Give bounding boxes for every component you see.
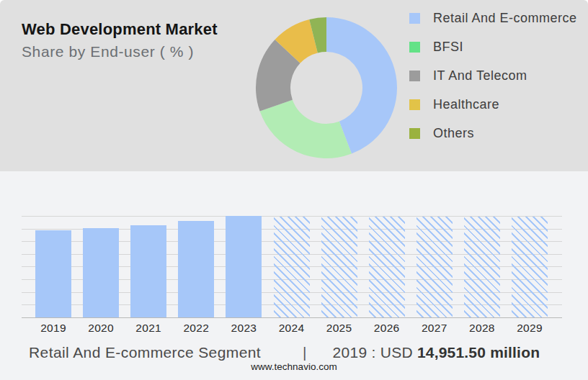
bar-2020 <box>83 228 119 317</box>
footer-separator: | <box>303 344 306 361</box>
x-tick-label-2028: 2028 <box>469 322 495 335</box>
value-bold: 14,951.50 million <box>417 344 540 361</box>
legend-item-retail-and-e-commerce: Retail And E-commerce <box>409 4 577 32</box>
legend-swatch-icon <box>409 42 420 53</box>
x-tick-label-2024: 2024 <box>279 322 305 335</box>
header-panel: Web Development Market Share by End-user… <box>0 0 588 171</box>
legend-item-bfsi: BFSI <box>409 32 577 61</box>
legend-label: Healthcare <box>433 97 499 112</box>
legend-label: Others <box>433 126 474 141</box>
legend: Retail And E-commerceBFSIIT And TelecomH… <box>409 4 577 148</box>
legend-label: IT And Telecom <box>433 68 527 83</box>
technavio-chart-page: Web Development Market Share by End-user… <box>0 0 588 380</box>
bar-2025-forecast <box>321 217 357 317</box>
x-tick-label-2025: 2025 <box>326 322 352 335</box>
x-tick-label-2020: 2020 <box>88 322 114 335</box>
bar-2026-forecast <box>369 217 405 317</box>
segment-label: Retail And E-commerce Segment <box>29 344 261 361</box>
bar-2023 <box>226 216 262 317</box>
legend-label: BFSI <box>433 40 463 55</box>
bar-2029-forecast <box>512 217 548 317</box>
page-subtitle: Share by End-user ( % ) <box>22 43 194 60</box>
donut-chart <box>256 17 397 158</box>
bar-2019 <box>35 230 71 317</box>
legend-swatch-icon <box>409 71 420 81</box>
legend-swatch-icon <box>409 13 420 24</box>
bar-2021 <box>130 225 166 317</box>
value-prefix: 2019 : USD <box>332 344 413 361</box>
value-callout: |2019 : USD 14,951.50 million <box>303 344 540 361</box>
bar-2022 <box>178 221 214 317</box>
legend-swatch-icon <box>409 99 420 110</box>
page-title: Web Development Market <box>22 20 218 39</box>
bar-2027-forecast <box>416 217 453 317</box>
legend-item-others: Others <box>409 119 577 148</box>
x-tick-label-2019: 2019 <box>40 322 66 335</box>
website-url: www.technavio.com <box>0 361 588 372</box>
x-tick-label-2029: 2029 <box>517 322 543 335</box>
x-tick-label-2027: 2027 <box>422 322 447 335</box>
bar-2028-forecast <box>464 217 500 317</box>
legend-item-healthcare: Healthcare <box>409 90 577 119</box>
donut-slice-bfsi <box>260 100 352 158</box>
legend-swatch-icon <box>409 128 420 139</box>
x-tick-label-2021: 2021 <box>135 322 161 335</box>
legend-item-it-and-telecom: IT And Telecom <box>409 61 577 90</box>
x-tick-label-2023: 2023 <box>231 322 257 335</box>
bar-2024-forecast <box>274 217 310 317</box>
bar-chart-plot <box>22 216 562 318</box>
legend-label: Retail And E-commerce <box>433 11 577 26</box>
x-tick-label-2026: 2026 <box>374 322 400 335</box>
x-tick-label-2022: 2022 <box>183 322 209 335</box>
